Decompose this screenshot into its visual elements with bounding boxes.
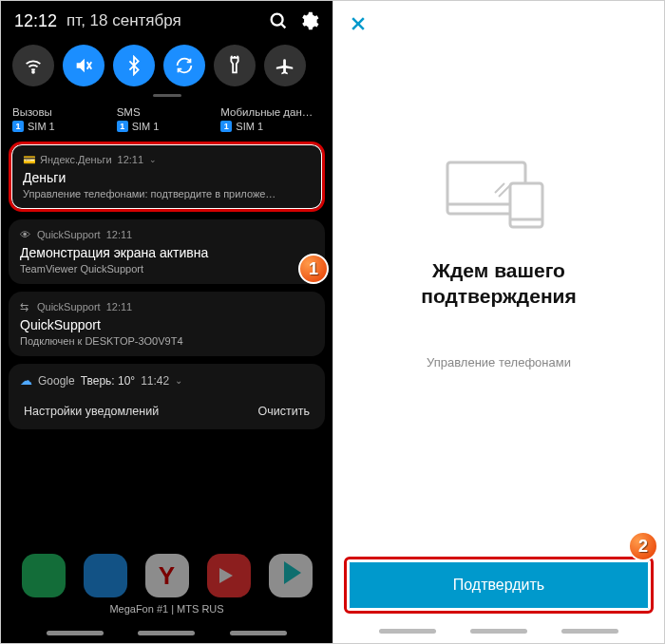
notif-time: 12:11 [106,301,133,313]
svg-point-0 [272,14,283,26]
carrier-label: MegaFon #1 | MTS RUS [1,603,332,615]
notif-body: Подключен к DESKTOP-3O0V9T4 [20,335,314,347]
notif-settings-button[interactable]: Настройки уведомлений [24,405,159,418]
gear-icon[interactable] [298,10,319,31]
confirmation-subtitle: Управление телефонами [427,355,571,369]
nav-back[interactable] [561,629,618,634]
qs-wifi[interactable] [12,45,54,86]
yandex-app-icon[interactable] [145,554,189,597]
quick-settings-row [1,37,332,92]
notif-title: Деньги [23,170,311,185]
svg-point-2 [32,71,34,73]
close-icon[interactable] [349,14,368,33]
nav-back[interactable] [230,631,287,635]
wallet-icon: 💳 [23,154,34,165]
sim-row: Вызовы 1SIM 1 SMS 1SIM 1 Мобильные дан… … [1,103,332,142]
status-time: 12:12 [14,11,57,31]
notif-body: TeamViewer QuickSupport [20,263,314,275]
phone-app-icon[interactable] [22,554,66,597]
devices-icon [442,155,556,231]
nav-home[interactable] [138,631,195,635]
notif-title: QuickSupport [20,317,314,332]
eye-icon: 👁 [20,229,31,240]
qs-autorotate[interactable] [163,45,205,86]
qs-sound-vibrate[interactable] [63,45,104,86]
qs-drag-handle[interactable] [153,94,181,97]
notif-app: QuickSupport [37,229,101,240]
notif-time: 12:11 [118,154,144,165]
chevron-down-icon[interactable]: ⌄ [149,155,157,164]
step-badge-1: 1 [298,254,329,284]
notification-shade: 12:12 пт, 18 сентября Вызовы 1SIM 1 SMS … [1,1,332,643]
status-date: пт, 18 сентября [66,11,181,30]
qs-bluetooth[interactable] [113,45,155,86]
notif-app: Яндекс.Деньги [40,154,112,165]
notif-time: 12:11 [106,229,133,240]
chevron-down-icon[interactable]: ⌄ [175,375,182,386]
status-bar: 12:12 пт, 18 сентября [1,1,332,37]
sim-data[interactable]: Мобильные дан… 1SIM 1 [220,106,321,132]
confirm-button[interactable]: Подтвердить [349,561,649,609]
playstore-app-icon[interactable] [269,554,313,597]
messages-app-icon[interactable] [84,554,127,597]
svg-line-1 [281,24,285,28]
confirmation-screen: Ждем вашего подтверждения Управление тел… [332,1,664,643]
nav-bar-right [333,629,664,634]
confirmation-title: Ждем вашего подтверждения [421,257,576,310]
nav-recents[interactable] [379,629,436,634]
notification-yandex-money[interactable]: 💳 Яндекс.Деньги 12:11 ⌄ Деньги Управлени… [9,142,325,212]
notif-actions: Настройки уведомлений Очистить [9,393,325,429]
notif-body: Управление телефонами: подтвердите в при… [23,188,311,199]
weather-card[interactable]: ☁ Google Тверь: 10° 11:42 ⌄ [9,364,325,393]
weather-text: Тверь: 10° [81,374,135,388]
notif-title: Демонстрация экрана активна [20,245,314,260]
nav-home[interactable] [470,629,527,634]
notification-quicksupport-connected[interactable]: ⇆ QuickSupport 12:11 QuickSupport Подклю… [9,292,325,356]
nav-recents[interactable] [47,631,104,635]
sim-calls[interactable]: Вызовы 1SIM 1 [12,106,113,132]
notification-quicksupport-screen[interactable]: 👁 QuickSupport 12:11 Демонстрация экрана… [9,219,325,284]
step-badge-2: 2 [628,531,658,561]
sim-sms[interactable]: SMS 1SIM 1 [117,106,218,132]
nav-bar [1,631,332,635]
weather-provider: Google [38,374,75,388]
notif-clear-button[interactable]: Очистить [258,405,310,418]
home-dock [1,554,332,597]
youtube-app-icon[interactable] [207,554,251,597]
qs-flashlight[interactable] [214,45,256,86]
notif-app: QuickSupport [37,301,101,313]
weather-time: 11:42 [141,374,169,388]
cloud-icon: ☁ [20,373,32,388]
search-icon[interactable] [268,10,289,31]
arrows-icon: ⇆ [20,301,31,313]
qs-airplane[interactable] [264,45,306,86]
